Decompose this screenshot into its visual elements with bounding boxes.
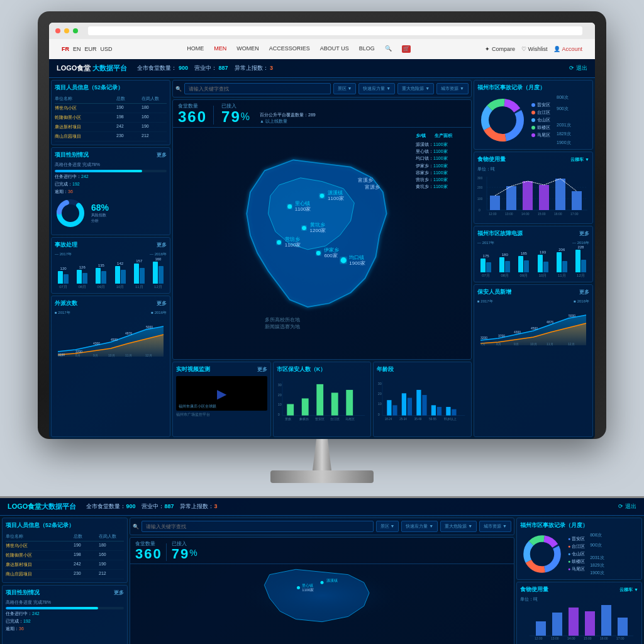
dot-close[interactable]	[55, 28, 60, 33]
logout-button[interactable]: ⟳ 退出	[569, 64, 587, 72]
svg-rect-92	[506, 186, 516, 210]
bottom-food-panel: 食物使用量 云梯车 ▼ 单位：吨 12:00 13:00 14:00 15:00	[516, 582, 642, 644]
svg-text:10: 10	[277, 402, 281, 406]
svg-text:10月: 10月	[108, 353, 115, 357]
svg-rect-134	[618, 618, 628, 636]
svg-text:0: 0	[378, 413, 380, 416]
wishlist-link[interactable]: ♡ Wishlist	[521, 46, 548, 52]
lang-usd[interactable]: USD	[101, 46, 113, 52]
svg-text:0: 0	[479, 208, 480, 212]
task-title: 项目性别情况 更多	[55, 151, 167, 159]
bottom-filter-1[interactable]: 景区 ▼	[376, 521, 399, 532]
lang-fr[interactable]: FR	[62, 46, 69, 52]
svg-text:12月: 12月	[568, 342, 575, 346]
cloud-label[interactable]: 云梯车 ▼	[570, 157, 589, 163]
dispatch-more[interactable]: 更多	[157, 300, 167, 307]
security-bar-chart: 0 10 20 30 景旗 象棋坊	[277, 376, 368, 426]
svg-point-18	[287, 204, 292, 209]
nav-men[interactable]: MEN	[214, 45, 226, 53]
video-screen: ▶ 福州市康庄小区全球眼	[176, 376, 267, 411]
svg-point-21	[320, 194, 325, 198]
svg-text:1900家: 1900家	[349, 260, 365, 266]
security-new-more[interactable]: 更多	[579, 289, 589, 296]
security-new-title: 保安人员新增 更多	[477, 288, 589, 296]
svg-text:均口镇: 均口镇	[348, 255, 364, 260]
nav-about-us[interactable]: ABOUT US	[320, 45, 349, 53]
bottom-dashboard-body: 项目人员信息（52条记录） 单位名称总数在岗人数 博世乌小区190180 乾隆御…	[0, 516, 644, 644]
url-bar[interactable]	[88, 26, 582, 35]
incident-title: 事故处理 更多	[55, 241, 167, 249]
above-label: ▲ 以上线数量	[260, 118, 316, 125]
browser-nav: FR EN EUR USD HOME MEN WOMEN ACCESSORIES…	[49, 39, 595, 59]
bottom-search-input[interactable]	[142, 521, 374, 532]
search-icon[interactable]: 🔍	[385, 45, 392, 53]
nav-home[interactable]: HOME	[187, 45, 204, 53]
video-panel: 实时视频监测 更多 ▶ 福州市康庄小区全球眼 福州市广场监控平台	[172, 362, 271, 437]
table-row: 商山庄园项目230212	[55, 132, 167, 142]
svg-text:景旗: 景旗	[284, 417, 291, 421]
svg-text:12:00: 12:00	[489, 212, 497, 216]
language-selector: FR EN EUR USD	[62, 46, 113, 52]
svg-text:13:00: 13:00	[505, 212, 513, 216]
svg-rect-95	[555, 179, 565, 210]
nav-accessories[interactable]: ACCESSORIES	[269, 45, 310, 53]
donut-info: 68% 风险指数 分析	[91, 203, 109, 224]
platform-count: 百分公升平台覆盖数量：289	[260, 112, 316, 118]
filter-btn-4[interactable]: 城市资源 ▼	[436, 83, 469, 94]
svg-rect-66	[447, 407, 451, 416]
filter-btn-3[interactable]: 重大危险源 ▼	[397, 83, 434, 94]
bottom-dashboard-header: LOGO食堂大数据平台 全市食堂数量：900 营业中：887 异常上报数：3 ⟳…	[0, 498, 644, 516]
svg-rect-91	[490, 196, 500, 210]
svg-rect-63	[402, 393, 406, 415]
svg-text:8月: 8月	[75, 353, 80, 357]
svg-text:晋安区: 晋安区	[315, 417, 325, 421]
filter-btn-1[interactable]: 景区 ▼	[333, 83, 357, 94]
svg-point-121	[321, 581, 324, 584]
fault-more[interactable]: 更多	[579, 230, 589, 237]
svg-text:200: 200	[477, 186, 483, 189]
svg-text:里心镇: 里心镇	[295, 201, 310, 206]
dashboard-logo: LOGO食堂 大数据平台	[57, 64, 127, 73]
nav-blog[interactable]: BLOG	[359, 45, 375, 53]
nav-women[interactable]: WOMEN	[236, 45, 259, 53]
svg-text:4876: 4876	[125, 331, 132, 335]
table-header: 单位名称总数在岗人数	[55, 94, 167, 104]
svg-rect-131	[569, 608, 579, 636]
lang-eur[interactable]: EUR	[85, 46, 97, 52]
bottom-filter-4[interactable]: 城市资源 ▼	[479, 521, 511, 532]
incident-donut-labels: 808次 900次 2031次 1829次 1900次	[557, 94, 571, 146]
dot-minimize[interactable]	[64, 28, 69, 33]
bottom-filter-3[interactable]: 重大危险源 ▼	[440, 521, 477, 532]
svg-point-30	[316, 251, 321, 255]
task-progress-label: 高格任务进度 完成78%	[55, 162, 167, 168]
svg-text:台江区: 台江区	[330, 417, 340, 421]
filter-btn-2[interactable]: 快速应力量 ▼	[358, 83, 395, 94]
monitor-shell: FR EN EUR USD HOME MEN WOMEN ACCESSORIES…	[38, 11, 606, 439]
bottom-logout[interactable]: ⟳ 退出	[618, 502, 636, 511]
task-more[interactable]: 更多	[157, 152, 167, 158]
age-panel: 年龄段 0 10 20 30	[373, 362, 472, 437]
dot-maximize[interactable]	[73, 28, 78, 33]
task-stats: 任务进行中：242 已完成：192 逾期：36	[55, 174, 167, 195]
search-input[interactable]	[184, 83, 331, 94]
incident-donut: 晋安区 台江区 仓山区 鼓楼区 马尾区 808次 900次 2031次 1829…	[477, 94, 589, 146]
progress-item	[55, 170, 167, 172]
compare-link[interactable]: ✦ Compare	[485, 46, 515, 52]
svg-text:15:00: 15:00	[538, 212, 546, 216]
account-link[interactable]: 👤 Account	[553, 46, 582, 52]
svg-text:50-55: 50-55	[430, 418, 437, 421]
cart-icon[interactable]: 🛒	[402, 45, 411, 53]
svg-text:1100家: 1100家	[302, 587, 314, 592]
incident-more[interactable]: 更多	[157, 242, 167, 248]
video-more[interactable]: 更多	[257, 366, 267, 373]
svg-rect-65	[431, 405, 436, 415]
dashboard-body: 项目人员信息（52条记录） 单位名称总数在岗人数 博世乌小区190180 乾隆御…	[49, 78, 595, 439]
lang-en[interactable]: EN	[73, 46, 81, 52]
svg-rect-93	[523, 181, 533, 210]
bottom-search-bar: 🔍 景区 ▼ 快速应力量 ▼ 重大危险源 ▼ 城市资源 ▼	[130, 518, 514, 535]
svg-text:4500: 4500	[531, 326, 538, 330]
bottom-center-col: 🔍 景区 ▼ 快速应力量 ▼ 重大危险源 ▼ 城市资源 ▼ 食堂数量 3 6 0	[130, 518, 514, 644]
svg-rect-49	[331, 392, 338, 415]
bottom-filter-2[interactable]: 快速应力量 ▼	[401, 521, 438, 532]
food-usage-panel: 食物使用量 云梯车 ▼ 单位：吨 0 100 200 300	[474, 152, 593, 224]
